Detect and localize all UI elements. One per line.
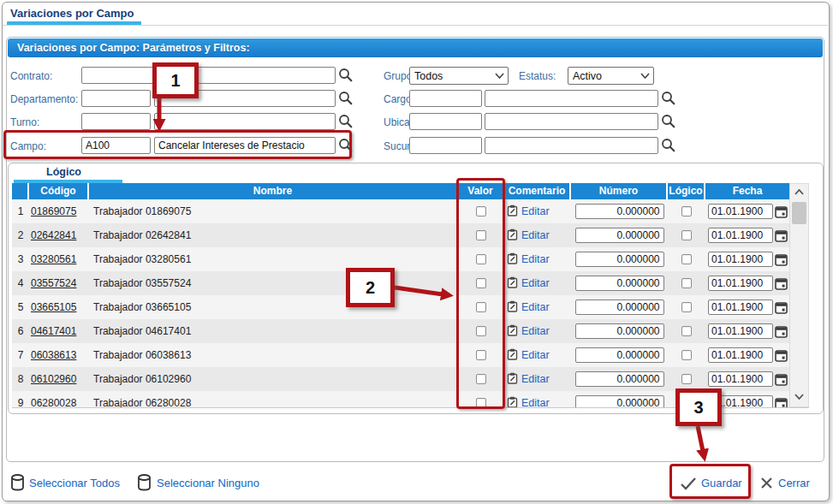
valor-checkbox[interactable]: [476, 398, 486, 407]
contrato-input[interactable]: [81, 67, 336, 84]
editar-link[interactable]: Editar: [521, 373, 550, 385]
tab-variaciones-por-campo[interactable]: Variaciones por Campo: [10, 7, 134, 20]
worker-code-link[interactable]: 06280028: [31, 397, 76, 407]
numero-input[interactable]: [575, 323, 664, 339]
sucursal-name-input[interactable]: [485, 137, 658, 154]
calendar-icon[interactable]: [775, 301, 788, 314]
numero-input[interactable]: [575, 204, 664, 219]
calendar-icon[interactable]: [775, 229, 788, 242]
logico-checkbox[interactable]: [681, 278, 692, 288]
sucursal-code-input[interactable]: [409, 137, 482, 154]
logico-checkbox[interactable]: [681, 254, 692, 264]
col-header-nombre[interactable]: Nombre: [89, 183, 458, 199]
editar-link[interactable]: Editar: [521, 397, 550, 407]
departamento-search-icon[interactable]: [338, 91, 353, 105]
cargo-code-input[interactable]: [409, 90, 482, 107]
turno-search-icon[interactable]: [338, 114, 353, 128]
ubicacion-search-icon[interactable]: [661, 114, 675, 128]
fecha-input[interactable]: [708, 371, 773, 387]
scrollbar-thumb[interactable]: [792, 202, 806, 224]
editar-link[interactable]: Editar: [521, 349, 550, 361]
scroll-down-button[interactable]: [790, 388, 808, 405]
numero-input[interactable]: [575, 347, 664, 363]
valor-checkbox[interactable]: [476, 206, 486, 216]
numero-input[interactable]: [575, 228, 664, 243]
worker-code-link[interactable]: 06102960: [31, 373, 76, 385]
col-header-logico[interactable]: Lógico: [668, 183, 705, 199]
editar-link[interactable]: Editar: [521, 277, 550, 289]
cargo-name-input[interactable]: [485, 90, 658, 107]
valor-checkbox[interactable]: [476, 326, 486, 336]
editar-link[interactable]: Editar: [521, 205, 550, 217]
valor-checkbox[interactable]: [476, 302, 486, 312]
valor-checkbox[interactable]: [476, 278, 486, 288]
check-icon: [680, 477, 697, 494]
worker-code-link[interactable]: 03665105: [31, 301, 76, 313]
col-header-numero[interactable]: Número: [571, 183, 668, 199]
worker-code-link[interactable]: 01869075: [31, 205, 76, 217]
fecha-input[interactable]: [708, 323, 773, 339]
calendar-icon[interactable]: [775, 277, 788, 290]
sucursal-search-icon[interactable]: [661, 138, 675, 152]
cargo-search-icon[interactable]: [661, 91, 675, 105]
logico-checkbox[interactable]: [681, 326, 692, 336]
estatus-select[interactable]: Activo: [568, 67, 654, 85]
campo-code-input[interactable]: [81, 137, 151, 154]
editar-link[interactable]: Editar: [521, 301, 550, 313]
editar-link[interactable]: Editar: [521, 253, 550, 265]
calendar-icon[interactable]: [775, 397, 788, 408]
fecha-input[interactable]: [708, 347, 773, 363]
fecha-input[interactable]: [708, 252, 773, 267]
ubicacion-code-input[interactable]: [409, 113, 482, 130]
grupo-select[interactable]: Todos: [409, 67, 509, 85]
worker-code-link[interactable]: 02642841: [31, 229, 76, 241]
editar-link[interactable]: Editar: [521, 229, 550, 241]
numero-input[interactable]: [575, 252, 664, 267]
select-none-button[interactable]: Seleccionar Ninguno: [157, 477, 263, 489]
save-button[interactable]: Guardar: [701, 477, 742, 489]
contrato-search-icon[interactable]: [338, 68, 353, 82]
worker-code-link[interactable]: 06038613: [31, 349, 76, 361]
fecha-input[interactable]: [708, 299, 773, 315]
turno-name-input[interactable]: [154, 113, 336, 130]
col-header-codigo[interactable]: Código: [29, 183, 89, 199]
valor-checkbox[interactable]: [476, 350, 486, 360]
col-header-comentario[interactable]: Comentario: [504, 183, 571, 199]
fecha-input[interactable]: [708, 276, 773, 291]
col-header-fecha[interactable]: Fecha: [705, 183, 789, 199]
numero-input[interactable]: [575, 371, 664, 387]
calendar-icon[interactable]: [775, 349, 788, 362]
campo-search-icon[interactable]: [338, 138, 353, 152]
logico-checkbox[interactable]: [681, 350, 692, 360]
turno-code-input[interactable]: [81, 113, 151, 130]
close-button[interactable]: Cerrar: [778, 477, 810, 489]
calendar-icon[interactable]: [775, 253, 788, 266]
worker-code-link[interactable]: 03280561: [31, 253, 76, 265]
calendar-icon[interactable]: [775, 325, 788, 338]
table-scrollbar[interactable]: [789, 183, 809, 407]
fecha-input[interactable]: [708, 228, 773, 243]
worker-code-link[interactable]: 03557524: [31, 277, 76, 289]
numero-input[interactable]: [575, 276, 664, 291]
valor-checkbox[interactable]: [476, 374, 486, 384]
campo-name-input[interactable]: [154, 137, 336, 154]
fecha-input[interactable]: [708, 204, 773, 219]
calendar-icon[interactable]: [775, 205, 788, 218]
calendar-icon[interactable]: [775, 373, 788, 386]
numero-input[interactable]: [575, 395, 664, 407]
numero-input[interactable]: [575, 299, 664, 315]
logico-checkbox[interactable]: [681, 374, 692, 384]
logico-checkbox[interactable]: [681, 302, 692, 312]
col-header-valor[interactable]: Valor: [458, 183, 504, 199]
logico-checkbox[interactable]: [681, 230, 692, 240]
select-all-button[interactable]: Seleccionar Todos: [29, 477, 120, 489]
worker-code-link[interactable]: 04617401: [31, 325, 76, 337]
scroll-up-button[interactable]: [790, 184, 808, 200]
editar-link[interactable]: Editar: [521, 325, 550, 337]
tab-logico[interactable]: Lógico: [46, 166, 81, 178]
logico-checkbox[interactable]: [681, 206, 692, 216]
ubicacion-name-input[interactable]: [485, 113, 658, 130]
valor-checkbox[interactable]: [476, 254, 486, 264]
valor-checkbox[interactable]: [476, 230, 486, 240]
departamento-code-input[interactable]: [81, 90, 151, 107]
